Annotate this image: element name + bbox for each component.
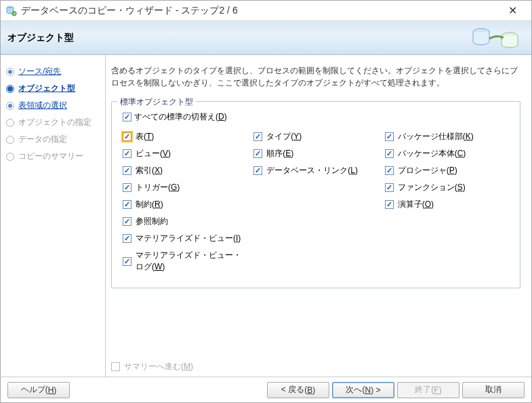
checkbox-column-0: 表(T)ビュー(V)索引(X)トリガー(G)制約(R)参照制約マテリアライズド・… bbox=[123, 128, 247, 275]
checkbox-row[interactable]: 順序(E) bbox=[253, 145, 377, 162]
wizard-step-2[interactable]: 表領域の選択 bbox=[3, 97, 102, 114]
checkbox-column-1: タイプ(Y)順序(E)データベース・リンク(L) bbox=[253, 128, 377, 275]
checkbox-row[interactable]: トリガー(G) bbox=[123, 179, 247, 196]
wizard-step-0[interactable]: ソース/宛先 bbox=[3, 63, 102, 80]
checkbox-column-2: パッケージ仕様部(K)パッケージ本体(C)プロシージャ(P)ファンクション(S)… bbox=[385, 128, 509, 275]
object-type-label: ビュー(V) bbox=[136, 148, 171, 159]
wizard-header: オブジェクト型 bbox=[1, 21, 531, 55]
cancel-button[interactable]: 取消 bbox=[462, 382, 525, 398]
toggle-all-row[interactable]: すべての標準の切替え(D) bbox=[123, 111, 509, 123]
close-button[interactable]: ✕ bbox=[499, 1, 526, 20]
object-type-checkbox[interactable] bbox=[253, 132, 262, 141]
checkbox-row[interactable]: 制約(R) bbox=[123, 196, 247, 213]
object-type-checkbox[interactable] bbox=[123, 257, 131, 266]
object-type-label: 制約(R) bbox=[136, 199, 163, 210]
checkbox-row[interactable]: 表(T) bbox=[123, 128, 247, 145]
object-type-checkbox[interactable] bbox=[123, 132, 131, 141]
object-type-checkbox[interactable] bbox=[385, 132, 394, 141]
checkbox-columns: 表(T)ビュー(V)索引(X)トリガー(G)制約(R)参照制約マテリアライズド・… bbox=[123, 128, 509, 275]
step-label[interactable]: ソース/宛先 bbox=[18, 66, 61, 77]
checkbox-row[interactable]: 参照制約 bbox=[123, 213, 247, 230]
header-graphic-icon bbox=[465, 24, 526, 51]
object-type-label: マテリアライズド・ビュー(I) bbox=[136, 233, 241, 244]
object-type-checkbox[interactable] bbox=[385, 200, 394, 209]
object-type-checkbox[interactable] bbox=[123, 200, 131, 209]
fieldset-legend: 標準オブジェクト型 bbox=[117, 96, 196, 108]
object-type-label: 表(T) bbox=[136, 131, 154, 142]
summary-advance-checkbox bbox=[111, 362, 120, 371]
next-button[interactable]: 次へ(N) > bbox=[332, 382, 394, 398]
wizard-step-3: オブジェクトの指定 bbox=[3, 114, 102, 131]
wizard-steps-sidebar: ソース/宛先オブジェクト型表領域の選択オブジェクトの指定データの指定コピーのサマ… bbox=[1, 55, 106, 377]
toggle-all-label: すべての標準の切替え(D) bbox=[134, 111, 227, 123]
finish-button: 終了(F) bbox=[397, 382, 459, 398]
object-type-label: マテリアライズド・ビュー・ログ(W) bbox=[136, 250, 247, 273]
checkbox-row[interactable]: タイプ(Y) bbox=[253, 128, 377, 145]
step-marker-icon bbox=[6, 68, 14, 76]
object-type-checkbox[interactable] bbox=[385, 166, 394, 175]
object-type-checkbox[interactable] bbox=[123, 217, 131, 226]
object-type-label: データベース・リンク(L) bbox=[266, 165, 358, 176]
step-marker-icon bbox=[6, 153, 14, 161]
object-type-label: 参照制約 bbox=[136, 216, 168, 227]
wizard-step-5: コピーのサマリー bbox=[3, 148, 102, 165]
help-button[interactable]: ヘルプ(H) bbox=[7, 382, 70, 398]
instructions-text: 含めるオブジェクトのタイプを選択し、プロセスの範囲を制限してください。オブジェク… bbox=[111, 64, 520, 89]
checkbox-row[interactable]: データベース・リンク(L) bbox=[253, 162, 377, 179]
step-label[interactable]: オブジェクト型 bbox=[18, 83, 75, 94]
standard-object-types-fieldset: 標準オブジェクト型 すべての標準の切替え(D) 表(T)ビュー(V)索引(X)ト… bbox=[111, 101, 520, 288]
checkbox-row[interactable]: 索引(X) bbox=[123, 162, 247, 179]
object-type-label: 索引(X) bbox=[136, 165, 163, 176]
checkbox-row[interactable]: パッケージ仕様部(K) bbox=[385, 128, 509, 145]
wizard-step-1[interactable]: オブジェクト型 bbox=[3, 80, 102, 97]
back-button[interactable]: < 戻る(B) bbox=[267, 382, 329, 398]
titlebar: データベースのコピー・ウィザード - ステップ2 / 6 ✕ bbox=[1, 1, 531, 21]
step-marker-icon bbox=[6, 85, 14, 93]
step-label[interactable]: 表領域の選択 bbox=[18, 100, 67, 111]
object-type-checkbox[interactable] bbox=[385, 183, 394, 192]
step-marker-icon bbox=[6, 136, 14, 144]
object-type-checkbox[interactable] bbox=[253, 166, 262, 175]
object-type-label: ファンクション(S) bbox=[398, 182, 466, 193]
main-panel: 含めるオブジェクトのタイプを選択し、プロセスの範囲を制限してください。オブジェク… bbox=[106, 55, 531, 377]
object-type-label: パッケージ本体(C) bbox=[398, 148, 466, 159]
checkbox-row[interactable]: マテリアライズド・ビュー・ログ(W) bbox=[123, 247, 247, 275]
checkbox-row[interactable]: ファンクション(S) bbox=[385, 179, 509, 196]
object-type-checkbox[interactable] bbox=[123, 149, 131, 158]
checkbox-row[interactable]: プロシージャ(P) bbox=[385, 162, 509, 179]
step-label: オブジェクトの指定 bbox=[18, 117, 91, 128]
summary-advance-row: サマリーへ進む(M) bbox=[111, 361, 193, 372]
object-type-label: パッケージ仕様部(K) bbox=[398, 131, 474, 142]
checkbox-row[interactable]: パッケージ本体(C) bbox=[385, 145, 509, 162]
step-marker-icon bbox=[6, 102, 14, 110]
object-type-label: 演算子(O) bbox=[398, 199, 434, 210]
toggle-all-checkbox[interactable] bbox=[123, 113, 131, 121]
object-type-checkbox[interactable] bbox=[123, 183, 131, 192]
checkbox-row[interactable]: 演算子(O) bbox=[385, 196, 509, 213]
wizard-step-4: データの指定 bbox=[3, 131, 102, 148]
step-label: コピーのサマリー bbox=[18, 151, 83, 162]
summary-advance-label: サマリーへ進む(M) bbox=[124, 361, 193, 372]
object-type-checkbox[interactable] bbox=[385, 149, 394, 158]
checkbox-row[interactable]: マテリアライズド・ビュー(I) bbox=[123, 230, 247, 247]
object-type-label: トリガー(G) bbox=[136, 182, 180, 193]
page-title: オブジェクト型 bbox=[7, 32, 74, 44]
step-marker-icon bbox=[6, 119, 14, 127]
object-type-checkbox[interactable] bbox=[123, 166, 131, 175]
object-type-label: タイプ(Y) bbox=[266, 131, 302, 142]
object-type-checkbox[interactable] bbox=[123, 234, 131, 243]
app-icon bbox=[6, 5, 17, 16]
object-type-label: プロシージャ(P) bbox=[398, 165, 457, 176]
close-icon: ✕ bbox=[508, 4, 517, 17]
object-type-label: 順序(E) bbox=[266, 148, 293, 159]
object-type-checkbox[interactable] bbox=[253, 149, 262, 158]
checkbox-row[interactable]: ビュー(V) bbox=[123, 145, 247, 162]
bottom-button-bar: ヘルプ(H) < 戻る(B) 次へ(N) > 終了(F) 取消 bbox=[1, 377, 531, 402]
window-title: データベースのコピー・ウィザード - ステップ2 / 6 bbox=[21, 5, 499, 17]
step-label: データの指定 bbox=[18, 134, 67, 145]
body-area: ソース/宛先オブジェクト型表領域の選択オブジェクトの指定データの指定コピーのサマ… bbox=[1, 55, 531, 377]
